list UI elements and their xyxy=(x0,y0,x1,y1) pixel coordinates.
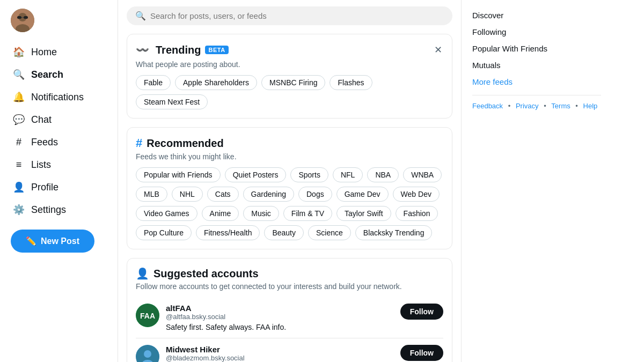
feedback-link[interactable]: Feedback xyxy=(472,102,503,110)
recommended-pill[interactable]: Science xyxy=(308,225,351,240)
trending-pill[interactable]: MSNBC Firing xyxy=(261,75,325,90)
recommended-card: # Recommended Feeds we think you might l… xyxy=(127,127,452,249)
altfaa-bio: Safety first. Safety always. FAA info. xyxy=(166,323,394,331)
midwest-info: Midwest Hiker @bladezmom.bsky.social Out… xyxy=(166,345,394,362)
separator-1: • xyxy=(508,102,511,110)
trending-pill[interactable]: Apple Shareholders xyxy=(175,75,257,90)
trending-pill[interactable]: Flashes xyxy=(330,75,372,90)
search-icon: 🔍 xyxy=(13,69,25,80)
hash-recommended-icon: # xyxy=(136,136,142,150)
trending-subtitle: What people are posting about. xyxy=(136,60,443,69)
nav-settings-label: Settings xyxy=(31,204,66,216)
recommended-pill[interactable]: Pop Culture xyxy=(136,225,192,240)
trending-card: 〰️ Trending BETA ✕ What people are posti… xyxy=(127,34,452,119)
separator-3: • xyxy=(575,102,578,110)
recommended-pill[interactable]: WNBA xyxy=(403,167,442,182)
nav-profile-label: Profile xyxy=(31,182,58,193)
right-nav-discover[interactable]: Discover xyxy=(472,9,601,22)
altfaa-avatar: FAA xyxy=(136,304,159,327)
suggested-accounts-card: 👤 Suggested accounts Follow more account… xyxy=(127,258,452,362)
nav-search-label: Search xyxy=(31,69,63,80)
recommended-pill[interactable]: Cats xyxy=(207,187,239,202)
new-post-label: New Post xyxy=(41,237,79,246)
recommended-pill[interactable]: Sports xyxy=(290,167,328,182)
altfaa-name: altFAA xyxy=(166,304,394,313)
recommended-pill[interactable]: Fashion xyxy=(396,206,438,221)
recommended-subtitle: Feeds we think you might like. xyxy=(136,152,443,161)
home-icon: 🏠 xyxy=(13,46,25,58)
recommended-pill[interactable]: MLB xyxy=(136,187,167,202)
search-input[interactable] xyxy=(150,11,444,20)
svg-point-9 xyxy=(144,350,151,358)
privacy-link[interactable]: Privacy xyxy=(516,102,539,110)
recommended-pill[interactable]: Film & TV xyxy=(283,206,332,221)
recommended-pill[interactable]: Beauty xyxy=(264,225,304,240)
recommended-pills: Popular with FriendsQuiet PostersSportsN… xyxy=(136,167,443,240)
trending-title-group: 〰️ Trending BETA xyxy=(136,43,229,56)
nav-home-label: Home xyxy=(31,47,57,58)
recommended-pill[interactable]: Web Dev xyxy=(393,187,440,202)
nav-lists[interactable]: ≡ Lists xyxy=(6,153,111,176)
svg-text:FAA: FAA xyxy=(140,312,155,320)
right-sidebar: Discover Following Popular With Friends … xyxy=(462,0,612,362)
nav-profile[interactable]: 👤 Profile xyxy=(6,176,111,198)
recommended-pill[interactable]: NBA xyxy=(367,167,399,182)
trending-close-button[interactable]: ✕ xyxy=(433,43,443,57)
recommended-pill[interactable]: Video Games xyxy=(136,206,197,221)
pencil-icon: ✏️ xyxy=(26,236,36,246)
right-footer: Feedback • Privacy • Terms • Help xyxy=(472,102,601,110)
recommended-pill[interactable]: Taylor Swift xyxy=(336,206,391,221)
main-content: 🔍 〰️ Trending BETA ✕ What people are pos… xyxy=(118,0,462,362)
recommended-header: # Recommended xyxy=(136,136,443,150)
midwest-handle: @bladezmom.bsky.social xyxy=(166,354,394,362)
nav-search[interactable]: 🔍 Search xyxy=(6,63,111,86)
recommended-pill[interactable]: NHL xyxy=(172,187,203,202)
recommended-pill[interactable]: Quiet Posters xyxy=(225,167,287,182)
avatar[interactable] xyxy=(11,9,34,32)
hash-icon: # xyxy=(13,136,25,148)
trending-pill[interactable]: Steam Next Fest xyxy=(136,94,208,109)
recommended-pill[interactable]: Music xyxy=(243,206,279,221)
right-divider xyxy=(472,95,601,95)
nav-notifications[interactable]: 🔔 Notifications xyxy=(6,86,111,108)
recommended-pill[interactable]: Blacksky Trending xyxy=(355,225,433,240)
user-avatar-wrap[interactable] xyxy=(11,9,34,32)
nav-chat-label: Chat xyxy=(31,114,52,125)
account-card-altfaa: FAA altFAA @altfaa.bsky.social Safety fi… xyxy=(136,297,443,338)
right-nav-mutuals[interactable]: Mutuals xyxy=(472,58,601,72)
altfaa-follow-button[interactable]: Follow xyxy=(400,304,443,320)
nav-lists-label: Lists xyxy=(31,159,51,171)
gear-icon: ⚙️ xyxy=(13,204,25,216)
help-link[interactable]: Help xyxy=(583,102,598,110)
right-nav-following[interactable]: Following xyxy=(472,25,601,39)
nav-feeds-label: Feeds xyxy=(31,137,58,148)
person-icon: 👤 xyxy=(136,267,149,280)
midwest-name: Midwest Hiker xyxy=(166,345,394,354)
chat-icon: 💬 xyxy=(13,114,25,125)
right-nav-more-feeds[interactable]: More feeds xyxy=(472,75,601,88)
recommended-title: Recommended xyxy=(147,137,223,150)
altfaa-info: altFAA @altfaa.bsky.social Safety first.… xyxy=(166,304,394,331)
nav-chat[interactable]: 💬 Chat xyxy=(6,108,111,131)
recommended-pill[interactable]: Game Dev xyxy=(336,187,389,202)
trending-pill[interactable]: Fable xyxy=(136,75,171,90)
list-icon: ≡ xyxy=(13,159,25,171)
midwest-avatar xyxy=(136,345,159,362)
recommended-pill[interactable]: Dogs xyxy=(298,187,332,202)
recommended-pill[interactable]: NFL xyxy=(333,167,363,182)
midwest-follow-button[interactable]: Follow xyxy=(400,345,443,361)
nav-home[interactable]: 🏠 Home xyxy=(6,41,111,63)
recommended-pill[interactable]: Fitness/Health xyxy=(196,225,260,240)
terms-link[interactable]: Terms xyxy=(551,102,570,110)
search-bar[interactable]: 🔍 xyxy=(127,6,452,25)
search-icon-input: 🔍 xyxy=(135,11,146,21)
new-post-button[interactable]: ✏️ New Post xyxy=(11,230,94,253)
recommended-pill[interactable]: Popular with Friends xyxy=(136,167,221,182)
separator-2: • xyxy=(544,102,546,110)
recommended-pill[interactable]: Anime xyxy=(202,206,239,221)
recommended-pill[interactable]: Gardening xyxy=(243,187,294,202)
right-nav-popular-with-friends[interactable]: Popular With Friends xyxy=(472,42,601,55)
svg-rect-3 xyxy=(17,16,21,19)
nav-feeds[interactable]: # Feeds xyxy=(6,131,111,153)
nav-settings[interactable]: ⚙️ Settings xyxy=(6,198,111,221)
